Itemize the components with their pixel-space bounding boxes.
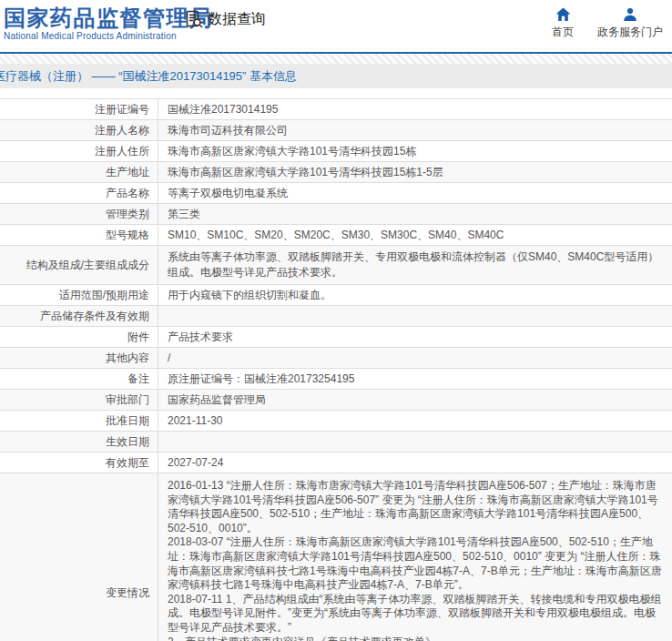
nav-home[interactable]: 首页	[552, 7, 574, 40]
row-label: 注册人住所	[0, 141, 158, 161]
row-value: 等离子双极电切电凝系统	[158, 183, 672, 203]
data-query-label: 数据查询	[208, 10, 266, 29]
table-row: 型号规格SM10、SM10C、SM20、SM20C、SM30、SM30C、SM4…	[0, 224, 672, 245]
row-value: 珠海市司迈科技有限公司	[158, 120, 672, 140]
row-value: 用于内窥镜下的组织切割和凝血。	[158, 285, 672, 305]
table-row: 有效期至2027-07-24	[0, 452, 672, 473]
table-row: 产品名称等离子双极电切电凝系统	[0, 182, 672, 203]
row-label: 注册人名称	[0, 120, 158, 140]
row-value: 国械注准20173014195	[158, 99, 672, 119]
change-record-paragraph: 2、产品技术要求变更内容详见《产品技术要求更改单》。	[168, 636, 663, 641]
row-value	[158, 306, 672, 326]
breadcrumb-band: 医疗器械（注册） —— “国械注准20173014195” 基本信息	[0, 64, 672, 88]
nmpa-logo[interactable]: 国家药品监督管理局 National Medical Products Admi…	[4, 6, 213, 41]
home-icon	[555, 7, 571, 22]
table-row: 附件产品技术要求	[0, 326, 672, 347]
row-label: 注册证编号	[0, 99, 158, 119]
site-header: 国家药品监督管理局 National Medical Products Admi…	[0, 0, 672, 52]
table-row: 生产地址珠海市高新区唐家湾镇大学路101号清华科技园15栋1-5层	[0, 161, 672, 182]
row-value: 产品技术要求	[158, 327, 672, 347]
table-row: 结构及组成/主要组成成分系统由等离子体功率源、双踏板脚踏开关、专用双极电极和流体…	[0, 245, 672, 284]
logo-title-cn: 国家药品监督管理局	[4, 6, 213, 30]
table-row: 批准日期2021-11-30	[0, 410, 672, 431]
table-row: 注册人名称珠海市司迈科技有限公司	[0, 119, 672, 140]
table-row: 变更情况2016-01-13 “注册人住所：珠海市唐家湾镇大学路101号清华科技…	[0, 473, 672, 641]
row-label: 产品储存条件及有效期	[0, 306, 158, 326]
registration-info-table: 注册证编号国械注准20173014195注册人名称珠海市司迈科技有限公司注册人住…	[0, 98, 672, 641]
row-value: SM10、SM10C、SM20、SM20C、SM30、SM30C、SM40、SM…	[158, 225, 672, 245]
table-row: 产品储存条件及有效期	[0, 305, 672, 326]
data-query-tab[interactable]: 数据查询	[185, 10, 266, 29]
row-value: 珠海市高新区唐家湾镇大学路101号清华科技园15栋1-5层	[158, 162, 672, 182]
table-row: 注册人住所珠海市高新区唐家湾镇大学路101号清华科技园15栋	[0, 140, 672, 161]
row-label: 产品名称	[0, 183, 158, 203]
row-value: 珠海市高新区唐家湾镇大学路101号清华科技园15栋	[158, 141, 672, 161]
row-label: 批准日期	[0, 411, 158, 431]
row-value: 系统由等离子体功率源、双踏板脚踏开关、专用双极电极和流体控制器（仅SM40、SM…	[158, 246, 672, 284]
row-label: 备注	[0, 369, 158, 389]
row-label: 生产地址	[0, 162, 158, 182]
row-value: 2021-11-30	[158, 411, 672, 431]
row-label: 附件	[0, 327, 158, 347]
stripe-band	[0, 54, 672, 64]
table-row: 其他内容/	[0, 347, 672, 368]
row-value	[158, 432, 672, 452]
row-label: 有效期至	[0, 453, 158, 473]
table-row: 管理类别第三类	[0, 203, 672, 224]
row-label: 生效日期	[0, 432, 158, 452]
table-row: 注册证编号国械注准20173014195	[0, 98, 672, 119]
row-label: 适用范围/预期用途	[0, 285, 158, 305]
logo-title-en: National Medical Products Administration	[4, 31, 213, 41]
row-label: 其他内容	[0, 348, 158, 368]
row-label: 变更情况	[0, 473, 158, 641]
nav-home-label: 首页	[552, 25, 574, 40]
row-label: 结构及组成/主要组成成分	[0, 246, 158, 284]
row-value: 2027-07-24	[158, 453, 672, 473]
row-value: 原注册证编号：国械注准20173254195	[158, 369, 672, 389]
change-record-paragraph: 2018-07-11 1、产品结构组成由“系统由等离子体功率源、双踏板脚踏开关、…	[168, 593, 663, 636]
table-row: 适用范围/预期用途用于内窥镜下的组织切割和凝血。	[0, 284, 672, 305]
top-nav: 首页 政务服务门户	[552, 7, 663, 40]
row-value: 第三类	[158, 204, 672, 224]
nav-gov-portal[interactable]: 政务服务门户	[597, 7, 663, 40]
row-value: /	[158, 348, 672, 368]
person-icon	[623, 7, 637, 22]
nav-gov-portal-label: 政务服务门户	[597, 25, 663, 40]
change-record-paragraph: 2018-03-07 “注册人住所：珠海市高新区唐家湾镇大学路101号清华科技园…	[168, 535, 663, 592]
row-value: 2016-01-13 “注册人住所：珠海市唐家湾镇大学路101号清华科技园A座5…	[158, 473, 672, 641]
breadcrumb: 医疗器械（注册） —— “国械注准20173014195” 基本信息	[0, 68, 297, 85]
row-label: 审批部门	[0, 390, 158, 410]
change-record-paragraph: 2016-01-13 “注册人住所：珠海市唐家湾镇大学路101号清华科技园A座5…	[168, 479, 663, 535]
row-label: 管理类别	[0, 204, 158, 224]
document-search-icon	[185, 10, 204, 29]
table-row: 审批部门国家药品监督管理局	[0, 389, 672, 410]
row-label: 型号规格	[0, 225, 158, 245]
table-row: 备注原注册证编号：国械注准20173254195	[0, 368, 672, 389]
table-row: 生效日期	[0, 431, 672, 452]
row-value: 国家药品监督管理局	[158, 390, 672, 410]
